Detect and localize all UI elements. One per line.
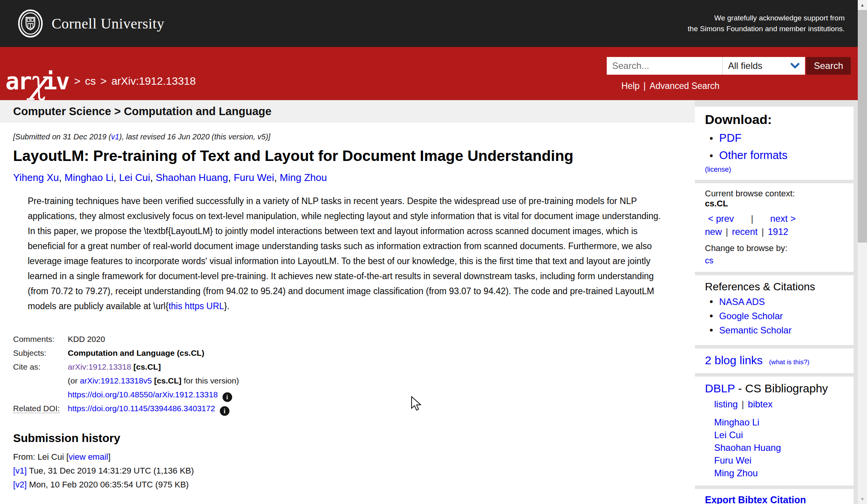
author-link[interactable]: Lei Cui: [119, 172, 150, 183]
submission-dateline: [Submitted on 31 Dec 2019 (v1), last rev…: [13, 132, 680, 141]
info-icon[interactable]: i: [220, 406, 229, 416]
author-separator: ,: [150, 172, 156, 183]
author-separator: ,: [59, 172, 64, 183]
dblp-author-link[interactable]: Minghao Li: [714, 416, 847, 429]
download-title: Download:: [705, 112, 847, 127]
author-link[interactable]: Yiheng Xu: [13, 172, 59, 183]
from-text: From: Lei Cui [: [13, 452, 69, 462]
cornell-header: Cornell University We gratefully acknowl…: [0, 0, 858, 47]
author-link[interactable]: Ming Zhou: [280, 172, 327, 183]
help-link[interactable]: Help: [621, 81, 639, 91]
dblp-listing-link[interactable]: listing: [714, 399, 738, 410]
download-other-item: Other formats: [710, 147, 847, 164]
cite-version-link[interactable]: arXiv:1912.13318v5: [80, 376, 152, 385]
vertical-scrollbar[interactable]: ▲ ▼: [858, 0, 867, 504]
download-panel: Download: PDF Other formats (license): [695, 107, 854, 180]
cornell-wordmark: Cornell University: [52, 15, 164, 32]
v2-history-text: Mon, 10 Feb 2020 06:35:54 UTC (975 KB): [27, 480, 189, 489]
license-link[interactable]: (license): [705, 166, 731, 173]
version-row-v2: [v2] Mon, 10 Feb 2020 06:35:54 UTC (975 …: [13, 478, 680, 492]
author-link[interactable]: Minghao Li: [64, 172, 113, 183]
related-doi-link[interactable]: https://doi.org/10.1145/3394486.3403172: [68, 404, 215, 413]
view-email-link[interactable]: view email: [69, 452, 108, 462]
support-acknowledgment: We gratefully acknowledge support from t…: [688, 13, 845, 34]
search-field-select[interactable]: All fields: [722, 57, 805, 75]
support-line-2: the Simons Foundation and member institu…: [688, 23, 845, 34]
dblp-panel: DBLP - CS Bibliography listing | bibtex …: [695, 377, 854, 486]
dblp-title-rest: - CS Bibliography: [735, 382, 828, 395]
other-formats-link[interactable]: Other formats: [719, 149, 787, 161]
dblp-bibtex-link[interactable]: bibtex: [748, 399, 773, 410]
change-browse-label: Change to browse by:: [705, 243, 847, 253]
search-input[interactable]: [607, 57, 722, 75]
empty-label: [13, 374, 68, 388]
new-link[interactable]: new: [705, 226, 722, 237]
submission-from-line: From: Lei Cui [view email]: [13, 450, 680, 464]
abstract-text: Pre-training techniques have been verifi…: [28, 196, 661, 311]
subjects-label: Subjects:: [13, 346, 68, 360]
cornell-logo-link[interactable]: Cornell University: [18, 9, 164, 38]
dblp-author-link[interactable]: Shaohan Huang: [714, 441, 847, 454]
v2-history-link[interactable]: [v2]: [13, 480, 27, 489]
dblp-author-link[interactable]: Ming Zhou: [714, 467, 847, 479]
chevron-down-icon: [790, 63, 800, 69]
refs-item: Semantic Scholar: [710, 323, 847, 337]
scrollbar-down-arrow[interactable]: ▼: [858, 494, 867, 504]
breadcrumb-arxiv-id-link[interactable]: arXiv:1912.13318: [111, 75, 196, 87]
main-column: Computer Science > Computation and Langu…: [0, 100, 695, 504]
code-url-link[interactable]: this https URL: [169, 301, 224, 311]
paper-title: LayoutLM: Pre-training of Text and Layou…: [13, 147, 680, 165]
references-title: References & Citations: [705, 281, 847, 293]
dateline-suffix: ), last revised 16 Jun 2020 (this versio…: [119, 132, 270, 141]
scrollbar-thumb[interactable]: [858, 10, 867, 243]
v1-history-link[interactable]: [v1]: [13, 466, 27, 476]
advanced-search-link[interactable]: Advanced Search: [649, 81, 720, 91]
info-icon[interactable]: i: [223, 392, 232, 402]
export-bibtex-panel: Export Bibtex Citation: [695, 489, 854, 504]
from-text-end: ]: [108, 452, 110, 462]
blog-links-link[interactable]: 2 blog links: [705, 354, 763, 367]
arxiv-logo-link[interactable]: arχiv: [5, 62, 69, 100]
author-link[interactable]: Shaohan Huang: [156, 172, 228, 183]
v1-link[interactable]: v1: [111, 132, 119, 141]
breadcrumb-cs-link[interactable]: cs: [85, 75, 96, 87]
empty-label: [13, 388, 68, 402]
next-link[interactable]: next >: [770, 213, 796, 224]
download-pdf-link[interactable]: PDF: [719, 132, 741, 144]
doi-link[interactable]: https://doi.org/10.48550/arXiv.1912.1331…: [68, 390, 218, 399]
authors-line: Yiheng Xu, Minghao Li, Lei Cui, Shaohan …: [13, 172, 680, 184]
blog-links-panel: 2 blog links (what is this?): [695, 348, 854, 373]
cite-category: [cs.CL]: [133, 362, 161, 371]
prev-link[interactable]: < prev: [708, 213, 734, 224]
scrollbar-up-arrow[interactable]: ▲: [858, 0, 867, 10]
dblp-link[interactable]: DBLP: [705, 382, 735, 395]
google-scholar-link[interactable]: Google Scholar: [719, 311, 783, 321]
cite-alt-prefix: (or: [68, 376, 80, 385]
arxiv-banner: arχiv > cs > arXiv:1912.13318 All fields…: [0, 47, 858, 100]
month-link[interactable]: 1912: [768, 226, 788, 237]
dblp-author-link[interactable]: Furu Wei: [714, 454, 847, 467]
dblp-author-link[interactable]: Lei Cui: [714, 429, 847, 441]
metadata-table: Comments: KDD 2020 Subjects: Computation…: [13, 332, 680, 415]
comments-value: KDD 2020: [68, 332, 680, 346]
semantic-scholar-link[interactable]: Semantic Scholar: [719, 325, 792, 335]
nasa-ads-link[interactable]: NASA ADS: [719, 296, 765, 307]
submission-history-title: Submission history: [13, 432, 680, 445]
export-bibtex-link[interactable]: Export Bibtex Citation: [705, 494, 806, 504]
cite-alt-suffix: for this version): [181, 376, 239, 385]
what-is-this-link[interactable]: (what is this?): [769, 358, 809, 366]
search-button[interactable]: Search: [806, 57, 851, 75]
browse-context-label: Current browse context:: [705, 189, 847, 199]
cite-arxiv-id-link[interactable]: arXiv:1912.13318: [68, 362, 131, 371]
recent-link[interactable]: recent: [732, 226, 758, 237]
related-doi-label: Related DOI:: [13, 404, 60, 413]
cornell-seal-icon: [18, 9, 43, 38]
arxiv-logo-ar: ar: [5, 68, 31, 95]
author-separator: ,: [114, 172, 119, 183]
nav-pipe: |: [751, 213, 753, 224]
version-row-v1: [v1] Tue, 31 Dec 2019 14:31:29 UTC (1,13…: [13, 464, 680, 478]
abstract-text-end: }.: [224, 301, 229, 311]
banner-breadcrumb: > cs > arXiv:1912.13318: [74, 75, 196, 87]
browse-cs-link[interactable]: cs: [705, 256, 713, 265]
author-link[interactable]: Furu Wei: [234, 172, 274, 183]
